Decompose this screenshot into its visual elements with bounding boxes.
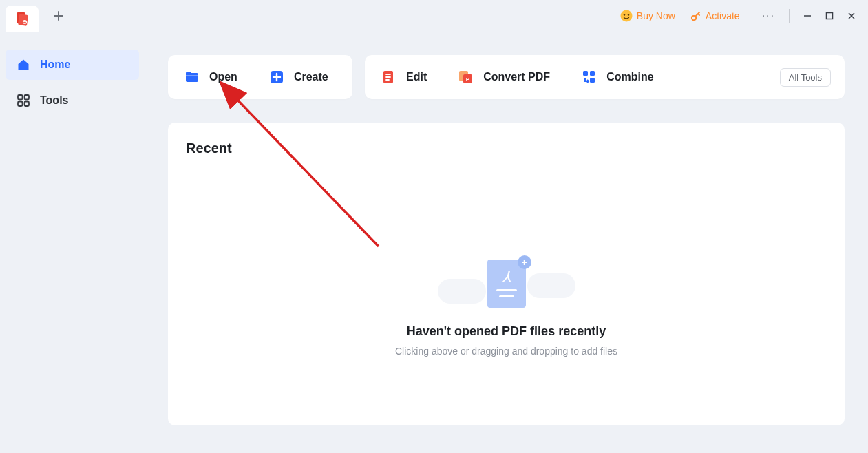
open-button[interactable]: Open xyxy=(168,55,253,99)
all-tools-label: All Tools xyxy=(789,72,822,83)
svg-rect-8 xyxy=(18,95,23,100)
svg-rect-9 xyxy=(25,95,30,100)
emoji-icon xyxy=(620,10,633,22)
recent-card: Recent + ⅄ Haven't opened PDF files rece… xyxy=(168,123,845,425)
svg-rect-18 xyxy=(583,71,588,76)
plus-icon xyxy=(53,10,64,21)
edit-label: Edit xyxy=(406,71,427,83)
sidebar-home-label: Home xyxy=(40,59,70,71)
svg-point-4 xyxy=(624,14,625,15)
combine-label: Combine xyxy=(606,71,653,83)
plus-badge-icon: + xyxy=(518,255,531,269)
all-tools-button[interactable]: All Tools xyxy=(780,68,831,87)
open-label: Open xyxy=(209,71,237,83)
maximize-icon xyxy=(825,12,834,20)
convert-icon: P xyxy=(457,68,475,86)
sidebar-item-tools[interactable]: Tools xyxy=(6,85,139,116)
svg-rect-1 xyxy=(18,14,28,26)
more-menu-button[interactable]: ··· xyxy=(755,7,782,25)
key-icon xyxy=(690,10,701,21)
minimize-button[interactable] xyxy=(796,6,818,25)
new-tab-button[interactable] xyxy=(48,6,69,26)
activate-button[interactable]: Activate xyxy=(690,10,740,21)
minimize-icon xyxy=(803,12,812,20)
pdf-app-icon xyxy=(14,10,30,27)
combine-icon xyxy=(580,68,598,86)
svg-point-5 xyxy=(628,14,629,15)
convert-button[interactable]: P Convert PDF xyxy=(442,68,565,86)
empty-subtitle: Clicking above or dragging and dropping … xyxy=(395,346,617,357)
close-button[interactable] xyxy=(840,6,862,25)
svg-rect-20 xyxy=(590,78,595,83)
titlebar: Buy Now Activate ··· xyxy=(0,0,868,32)
divider xyxy=(789,9,790,23)
empty-state[interactable]: + ⅄ Haven't opened PDF files recently Cl… xyxy=(186,253,827,357)
sidebar-item-home[interactable]: Home xyxy=(6,50,139,80)
main: Home Tools Open xyxy=(0,32,868,453)
maximize-button[interactable] xyxy=(818,6,840,25)
card-tools: Edit P Convert PDF xyxy=(365,55,845,99)
action-row: Open Create Edit xyxy=(168,55,845,99)
svg-rect-12 xyxy=(186,75,198,76)
buy-now-label: Buy Now xyxy=(637,10,675,21)
create-icon xyxy=(268,68,286,86)
card-open-create: Open Create xyxy=(168,55,352,99)
empty-illustration: + ⅄ xyxy=(438,253,575,308)
content: Open Create Edit xyxy=(145,32,868,453)
grid-icon xyxy=(17,94,30,107)
svg-rect-11 xyxy=(25,102,30,107)
close-icon xyxy=(847,12,856,20)
recent-heading: Recent xyxy=(186,140,827,156)
empty-title: Haven't opened PDF files recently xyxy=(407,324,606,339)
convert-label: Convert PDF xyxy=(483,71,550,83)
create-label: Create xyxy=(294,71,328,83)
edit-button[interactable]: Edit xyxy=(365,68,442,86)
create-button[interactable]: Create xyxy=(253,55,343,99)
home-tab[interactable] xyxy=(6,6,39,32)
svg-text:P: P xyxy=(466,76,470,83)
svg-rect-7 xyxy=(827,13,833,19)
sidebar: Home Tools xyxy=(0,32,145,453)
svg-rect-10 xyxy=(18,102,23,107)
edit-icon xyxy=(380,68,398,86)
sidebar-tools-label: Tools xyxy=(40,94,68,107)
folder-icon xyxy=(183,68,201,86)
svg-rect-19 xyxy=(590,71,595,76)
more-icon: ··· xyxy=(762,10,775,21)
buy-now-button[interactable]: Buy Now xyxy=(620,10,675,22)
combine-button[interactable]: Combine xyxy=(565,68,668,86)
activate-label: Activate xyxy=(706,10,740,21)
svg-point-3 xyxy=(620,10,632,22)
home-icon xyxy=(17,58,30,72)
pdf-doc-icon: + ⅄ xyxy=(487,260,526,308)
